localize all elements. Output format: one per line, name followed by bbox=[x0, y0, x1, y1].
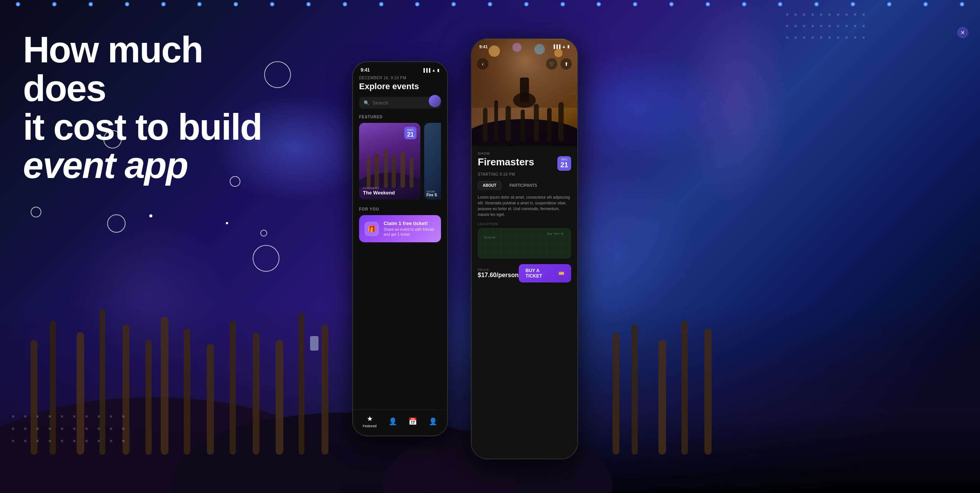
for-you-label: FOR YOU bbox=[359, 207, 441, 211]
show-label: SHOW bbox=[478, 152, 571, 155]
close-button[interactable]: ✕ bbox=[957, 27, 969, 38]
svg-rect-22 bbox=[681, 321, 688, 455]
nav-calendar[interactable]: 📅 bbox=[408, 417, 417, 426]
for-you-section: FOR YOU 🎁 Claim 1 free ticket! Share an … bbox=[359, 207, 441, 242]
phone1-avatar bbox=[429, 95, 441, 107]
svg-rect-28 bbox=[392, 155, 396, 188]
x-mark-7: × bbox=[836, 11, 840, 18]
tab-about[interactable]: ABOUT bbox=[478, 181, 501, 190]
svg-rect-27 bbox=[384, 150, 388, 188]
x-mark-12: × bbox=[794, 23, 797, 29]
svg-rect-44 bbox=[534, 104, 539, 142]
featured-cards-row: DEC 21 CONCERT The Weekend SHOW Fire S bbox=[359, 123, 441, 199]
card1-label: CONCERT The Weekend bbox=[363, 186, 395, 196]
x-pattern-bottom-left: ×××××××××× ×××××××××× ×××××××××× bbox=[11, 413, 131, 447]
x-mark-29: × bbox=[854, 34, 857, 41]
svg-rect-45 bbox=[547, 108, 552, 142]
svg-rect-23 bbox=[704, 328, 712, 455]
x-mark-1: × bbox=[786, 11, 789, 18]
svg-rect-41 bbox=[494, 100, 498, 142]
svg-rect-46 bbox=[559, 102, 564, 142]
deco-circle-3 bbox=[31, 207, 41, 217]
close-icon: ✕ bbox=[960, 29, 965, 36]
back-button[interactable]: ‹ bbox=[477, 58, 488, 70]
x-mark-4: × bbox=[811, 11, 814, 18]
x-mark-18: × bbox=[845, 23, 848, 29]
main-headline: How much does it cost to build event app bbox=[23, 31, 291, 185]
x-mark-15: × bbox=[820, 23, 823, 29]
featured-label: FEATURED bbox=[359, 115, 441, 119]
x-mark-13: × bbox=[803, 23, 806, 29]
x-mark-26: × bbox=[828, 34, 831, 41]
svg-rect-18 bbox=[311, 338, 317, 349]
map-placeholder[interactable]: Texas Av Bay View St bbox=[478, 228, 571, 259]
phone2-time: 9:41 bbox=[479, 44, 488, 49]
event-tabs: ABOUT PARTICIPANTS bbox=[478, 181, 571, 190]
search-icon: 🔍 bbox=[364, 100, 369, 106]
x-mark-10: × bbox=[862, 11, 865, 18]
x-mark-14: × bbox=[811, 23, 814, 29]
heart-icon: ♡ bbox=[549, 61, 554, 67]
card1-day: 21 bbox=[407, 132, 414, 138]
x-mark-2: × bbox=[794, 11, 797, 18]
x-mark-16: × bbox=[828, 23, 831, 29]
event-card-weekend[interactable]: DEC 21 CONCERT The Weekend bbox=[359, 123, 420, 199]
svg-rect-43 bbox=[521, 109, 525, 142]
card2-label: SHOW Fire S bbox=[426, 190, 437, 197]
svg-rect-21 bbox=[658, 340, 666, 455]
deco-dot-1 bbox=[149, 214, 152, 217]
card1-type: CONCERT bbox=[363, 186, 395, 190]
nav-calendar-icon: 📅 bbox=[408, 417, 417, 426]
nav-featured[interactable]: ★ Featured bbox=[363, 415, 376, 428]
deco-dot-2 bbox=[226, 222, 228, 224]
event-hero-image: 9:41 ▐▐▐ ▲ ▮ ‹ ♡ ⬆ bbox=[472, 39, 577, 146]
card2-bg bbox=[424, 123, 441, 199]
favorite-button[interactable]: ♡ bbox=[546, 58, 557, 70]
share-icon: ⬆ bbox=[564, 61, 568, 67]
x-mark-27: × bbox=[836, 34, 840, 41]
nav-profile[interactable]: 👤 bbox=[429, 417, 437, 426]
phone1-title: Explore events bbox=[359, 82, 441, 91]
x-mark-20: × bbox=[862, 23, 865, 29]
event-name-row: Firemasters DEC 21 bbox=[478, 156, 571, 171]
nav-profile-icon: 👤 bbox=[429, 417, 437, 426]
nav-tickets[interactable]: 👤 bbox=[389, 417, 397, 426]
share-button[interactable]: ⬆ bbox=[560, 58, 572, 70]
svg-rect-26 bbox=[374, 153, 379, 188]
x-mark-19: × bbox=[854, 23, 857, 29]
phone1-date: DECEMBER 16, 9:10 PM bbox=[359, 76, 441, 80]
phone2-screen: 9:41 ▐▐▐ ▲ ▮ ‹ ♡ ⬆ SHOW bbox=[472, 39, 577, 459]
headline-line2: it cost to build bbox=[23, 106, 262, 147]
x-mark-25: × bbox=[820, 34, 823, 41]
card2-name: Fire S bbox=[426, 193, 437, 197]
card2-type: SHOW bbox=[426, 190, 437, 193]
hero-action-buttons: ♡ ⬆ bbox=[546, 58, 572, 70]
x-mark-17: × bbox=[836, 23, 840, 29]
hero-text: How much does it cost to build event app bbox=[23, 31, 291, 185]
tab-participants[interactable]: PARTICIPANTS bbox=[505, 181, 542, 190]
wifi-icon: ▲ bbox=[432, 68, 436, 72]
x-mark-21: × bbox=[786, 34, 789, 41]
event-card-fire[interactable]: SHOW Fire S bbox=[424, 123, 441, 199]
phone1-content: DECEMBER 16, 9:10 PM Explore events 🔍 Se… bbox=[353, 76, 447, 410]
promo-card[interactable]: 🎁 Claim 1 free ticket! Share an event to… bbox=[359, 215, 441, 242]
headline-line1: How much does bbox=[23, 29, 203, 109]
phone2-status-icons: ▐▐▐ ▲ ▮ bbox=[552, 44, 570, 49]
phone1-status-bar: 9:41 ▐▐▐ ▲ ▮ bbox=[353, 62, 447, 76]
svg-rect-8 bbox=[145, 340, 152, 455]
svg-rect-30 bbox=[410, 157, 413, 188]
x-mark-24: × bbox=[811, 34, 814, 41]
event-detail-content: SHOW Firemasters DEC 21 STARTING 9:10 PM… bbox=[472, 146, 577, 459]
buy-ticket-button[interactable]: BUY A TICKET 🎫 bbox=[519, 264, 571, 282]
event-day: 21 bbox=[560, 161, 568, 169]
svg-rect-20 bbox=[632, 325, 638, 455]
back-icon: ‹ bbox=[482, 61, 484, 67]
x-mark-28: × bbox=[845, 34, 848, 41]
svg-rect-10 bbox=[184, 328, 190, 455]
nav-featured-icon: ★ bbox=[367, 415, 373, 423]
svg-rect-15 bbox=[299, 313, 304, 455]
promo-icon: 🎁 bbox=[364, 222, 379, 236]
price-section: PRICE $17.60/person bbox=[478, 268, 519, 279]
svg-rect-40 bbox=[483, 108, 488, 142]
svg-rect-42 bbox=[506, 106, 511, 142]
